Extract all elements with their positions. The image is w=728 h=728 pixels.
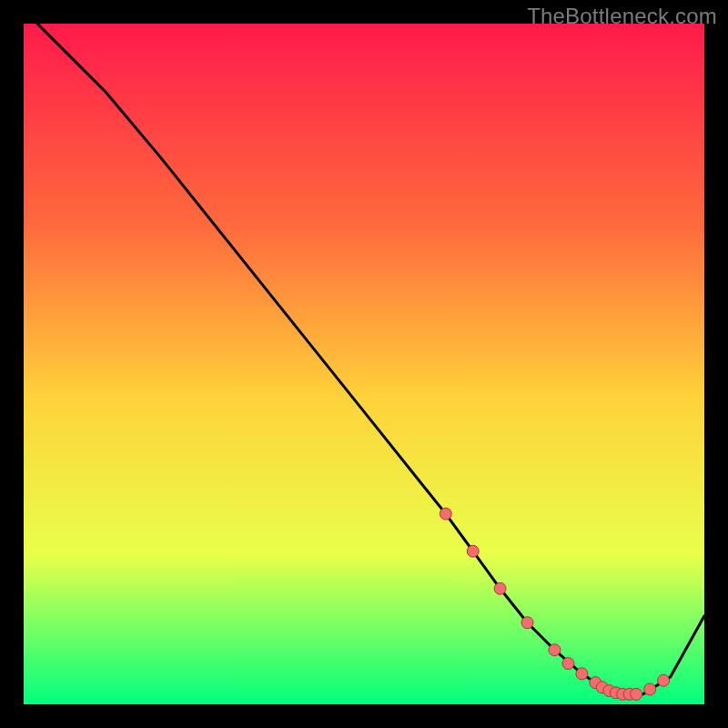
data-dot — [521, 617, 533, 629]
data-dot — [494, 582, 506, 594]
bottleneck-chart — [24, 24, 704, 704]
data-dot — [576, 668, 588, 680]
data-dot — [562, 658, 574, 670]
data-dot — [631, 688, 642, 700]
chart-frame — [24, 24, 704, 704]
data-dot — [644, 683, 656, 695]
watermark-text: TheBottleneck.com — [527, 4, 717, 29]
data-dot — [658, 674, 670, 686]
data-dot — [467, 545, 479, 557]
gradient-background — [24, 24, 704, 704]
data-dot — [549, 644, 561, 656]
data-dot — [440, 508, 451, 520]
